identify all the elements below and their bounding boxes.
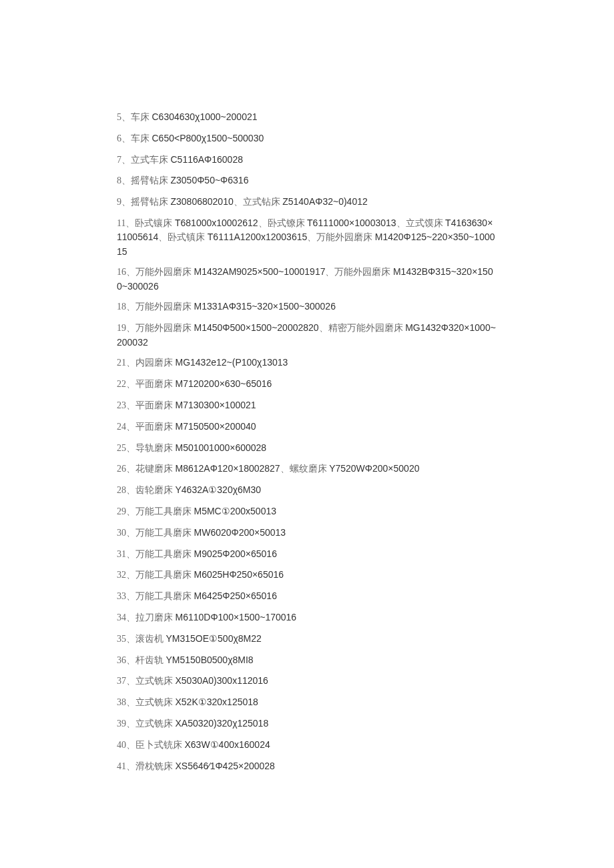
list-item: 23、平面磨床 M7130300×100021 bbox=[117, 398, 497, 412]
latin-text: X5030A0)300x112016 bbox=[176, 675, 268, 686]
list-item: 7、立式车床 C5116AΦ160028 bbox=[117, 153, 497, 167]
document-content: 5、车床 C6304630χ1000~2000216、车床 C650<P800χ… bbox=[117, 110, 497, 773]
latin-text: M1331AΦ315~320×1500~300026 bbox=[194, 301, 336, 312]
latin-text: YM315OE①500χ8M22 bbox=[166, 633, 262, 644]
chinese-text: 30、万能工具磨床 bbox=[117, 528, 194, 538]
list-item: 31、万能工具磨床 M9025Φ200×65016 bbox=[117, 547, 497, 561]
latin-text: XS5646⁄1Φ425×200028 bbox=[176, 761, 275, 771]
list-item: 30、万能工具磨床 MW6020Φ200×50013 bbox=[117, 526, 497, 540]
list-item: 24、平面磨床 M7150500×200040 bbox=[117, 420, 497, 434]
latin-text: C6304630χ1000~200021 bbox=[152, 111, 258, 122]
latin-text: MW6020Φ200×50013 bbox=[194, 527, 286, 538]
list-item: 35、滚齿机 YM315OE①500χ8M22 bbox=[117, 632, 497, 646]
latin-text: M1450Φ500×1500~20002820 bbox=[194, 322, 319, 333]
chinese-text: 、立式馍床 bbox=[396, 218, 446, 228]
chinese-text: 7、立式车床 bbox=[117, 155, 171, 165]
list-item: 22、平面磨床 M7120200×630~65016 bbox=[117, 377, 497, 391]
latin-text: MG1432e12~(P100χ13013 bbox=[176, 357, 288, 368]
list-item: 19、万能外园磨床 M1450Φ500×1500~20002820、精密万能外园… bbox=[117, 321, 497, 349]
latin-text: XA50320)320χ125018 bbox=[176, 718, 269, 729]
list-item: 41、滑枕铣床 XS5646⁄1Φ425×200028 bbox=[117, 759, 497, 773]
latin-text: Z5140AΦ32~0)4012 bbox=[282, 196, 368, 207]
list-item: 28、齿轮磨床 Y4632A①320χ6M30 bbox=[117, 483, 497, 497]
latin-text: M9025Φ200×65016 bbox=[194, 548, 277, 559]
latin-text: M1432AM9025×500~10001917 bbox=[194, 266, 326, 277]
latin-text: X63W①400x160024 bbox=[185, 739, 270, 750]
list-item: 36、杆齿轨 YM5150B0500χ8MI8 bbox=[117, 653, 497, 667]
latin-text: Z30806802010 bbox=[171, 196, 234, 207]
chinese-text: 24、平面磨床 bbox=[117, 422, 176, 432]
latin-text: M6425Φ250×65016 bbox=[194, 590, 277, 601]
list-item: 32、万能工具磨床 M6025HΦ250×65016 bbox=[117, 568, 497, 582]
chinese-text: 35、滚齿机 bbox=[117, 634, 166, 644]
chinese-text: 9、摇臂钻床 bbox=[117, 197, 171, 207]
list-item: 29、万能工具磨床 M5MC①200x50013 bbox=[117, 504, 497, 518]
chinese-text: 18、万能外园磨床 bbox=[117, 302, 194, 312]
list-item: 25、导轨磨床 M501001000×600028 bbox=[117, 441, 497, 455]
latin-text: X52K①320x125018 bbox=[176, 697, 258, 707]
chinese-text: 22、平面磨床 bbox=[117, 379, 176, 389]
list-item: 37、立式铣床 X5030A0)300x112016 bbox=[117, 674, 497, 688]
list-item: 8、摇臂钻床 Z3050Φ50~Φ6316 bbox=[117, 173, 497, 187]
latin-text: M6110DΦ100×1500~170016 bbox=[176, 612, 297, 622]
list-item: 39、立式铣床 XA50320)320χ125018 bbox=[117, 717, 497, 731]
chinese-text: 25、导轨磨床 bbox=[117, 443, 176, 453]
chinese-text: 21、内园磨床 bbox=[117, 358, 176, 368]
latin-text: T681000x10002612 bbox=[175, 218, 258, 228]
chinese-text: 、卧式镣床 bbox=[258, 218, 308, 228]
list-item: 11、卧式镶床 T681000x10002612、卧式镣床 T6111000×1… bbox=[117, 216, 497, 258]
list-item: 18、万能外园磨床 M1331AΦ315~320×1500~300026 bbox=[117, 300, 497, 314]
latin-text: T6111000×10003013 bbox=[307, 218, 396, 228]
chinese-text: 41、滑枕铣床 bbox=[117, 761, 176, 771]
chinese-text: 11、卧式镶床 bbox=[117, 218, 175, 228]
chinese-text: 34、拉刀磨床 bbox=[117, 612, 176, 622]
chinese-text: 19、万能外园磨床 bbox=[117, 323, 194, 333]
latin-text: T6111A1200x12003615 bbox=[208, 232, 307, 242]
latin-text: M7150500×200040 bbox=[176, 421, 256, 432]
chinese-text: 36、杆齿轨 bbox=[117, 655, 166, 665]
chinese-text: 32、万能工具磨床 bbox=[117, 570, 194, 580]
latin-text: M501001000×600028 bbox=[176, 442, 267, 453]
chinese-text: 40、臣卜式铳床 bbox=[117, 740, 185, 750]
latin-text: Y4632A①320χ6M30 bbox=[176, 484, 262, 495]
latin-text: YM5150B0500χ8MI8 bbox=[166, 655, 254, 665]
list-item: 38、立式铣床 X52K①320x125018 bbox=[117, 695, 497, 709]
list-item: 21、内园磨床 MG1432e12~(P100χ13013 bbox=[117, 356, 497, 370]
chinese-text: 38、立式铣床 bbox=[117, 697, 176, 707]
chinese-text: 、万能外园磨床 bbox=[307, 232, 375, 242]
chinese-text: 、立式钻床 bbox=[234, 197, 283, 207]
chinese-text: 8、摇臂钻床 bbox=[117, 175, 171, 185]
list-item: 33、万能工具磨床 M6425Φ250×65016 bbox=[117, 589, 497, 603]
list-item: 9、摇臂钻床 Z30806802010、立式钻床 Z5140AΦ32~0)401… bbox=[117, 195, 497, 209]
chinese-text: 33、万能工具磨床 bbox=[117, 591, 194, 601]
chinese-text: 、卧式镇床 bbox=[158, 232, 208, 242]
chinese-text: 28、齿轮磨床 bbox=[117, 485, 176, 495]
latin-text: M8612AΦ120×18002827 bbox=[176, 463, 280, 474]
latin-text: Z3050Φ50~Φ6316 bbox=[171, 175, 249, 185]
chinese-text: 37、立式铣床 bbox=[117, 676, 176, 686]
list-item: 34、拉刀磨床 M6110DΦ100×1500~170016 bbox=[117, 610, 497, 624]
list-item: 40、臣卜式铳床 X63W①400x160024 bbox=[117, 738, 497, 752]
latin-text: M7120200×630~65016 bbox=[176, 378, 272, 389]
list-item: 16、万能外园磨床 M1432AM9025×500~10001917、万能外园磨… bbox=[117, 265, 497, 293]
chinese-text: 39、立式铣床 bbox=[117, 719, 176, 729]
chinese-text: 31、万能工具磨床 bbox=[117, 549, 194, 559]
chinese-text: 、万能外园磨床 bbox=[325, 267, 393, 277]
chinese-text: 、精密万能外园磨床 bbox=[319, 323, 406, 333]
list-item: 6、车床 C650<P800χ1500~500030 bbox=[117, 131, 497, 145]
chinese-text: 、螺纹磨床 bbox=[280, 464, 330, 474]
chinese-text: 23、平面磨床 bbox=[117, 400, 176, 410]
list-item: 26、花键磨床 M8612AΦ120×18002827、螺纹磨床 Y7520WΦ… bbox=[117, 462, 497, 476]
latin-text: M7130300×100021 bbox=[176, 400, 256, 410]
latin-text: Y7520WΦ200×50020 bbox=[329, 463, 419, 474]
latin-text: M6025HΦ250×65016 bbox=[194, 569, 284, 580]
chinese-text: 26、花键磨床 bbox=[117, 464, 176, 474]
chinese-text: 29、万能工具磨床 bbox=[117, 506, 194, 516]
latin-text: C650<P800χ1500~500030 bbox=[152, 133, 264, 143]
chinese-text: 6、车床 bbox=[117, 133, 152, 143]
chinese-text: 16、万能外园磨床 bbox=[117, 267, 194, 277]
latin-text: C5116AΦ160028 bbox=[171, 154, 243, 165]
list-item: 5、车床 C6304630χ1000~200021 bbox=[117, 110, 497, 124]
latin-text: M5MC①200x50013 bbox=[194, 506, 277, 516]
chinese-text: 5、车床 bbox=[117, 112, 152, 122]
